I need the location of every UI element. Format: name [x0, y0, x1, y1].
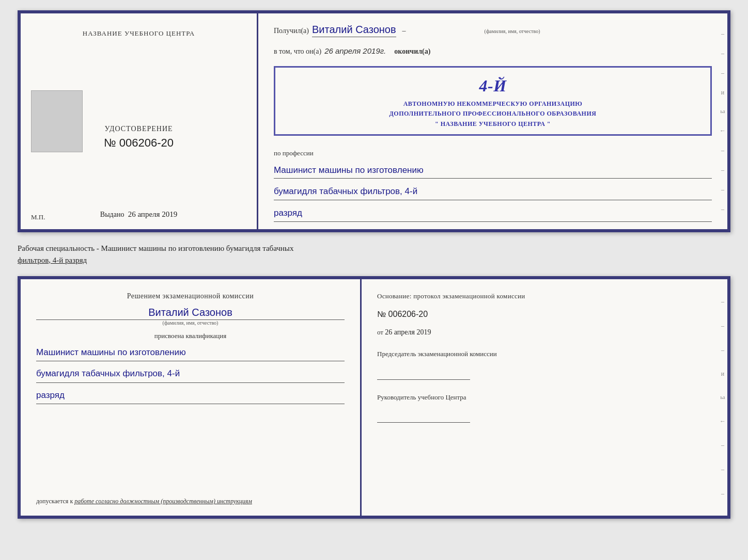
profession-line2: бумагидля табачных фильтров, 4-й: [274, 184, 712, 200]
name-sublabel: (фамилия, имя, отчество): [485, 28, 540, 34]
stamp-line2: АВТОНОМНУЮ НЕКОММЕРЧЕСКУЮ ОРГАНИЗАЦИЮ: [284, 99, 702, 109]
top-certificate: НАЗВАНИЕ УЧЕБНОГО ЦЕНТРА УДОСТОВЕРЕНИЕ №…: [18, 10, 730, 232]
qualification-line1: Машинист машины по изготовлению: [36, 344, 345, 361]
issued-label: Выдано: [100, 211, 124, 218]
stamp-line4: " НАЗВАНИЕ УЧЕБНОГО ЦЕНТРА ": [284, 119, 702, 129]
received-line: Получил(а) Виталий Сазонов – (фамилия, и…: [274, 24, 712, 37]
vtom-line: в том, что он(а) 26 апреля 2019г. окончи…: [274, 46, 712, 56]
po-professii-label: по профессии: [274, 149, 712, 157]
handwritten-date: 26 апреля 2019г.: [324, 46, 386, 55]
stamp-line3: ДОПОЛНИТЕЛЬНОГО ПРОФЕССИОНАЛЬНОГО ОБРАЗО…: [284, 109, 702, 119]
dopuskaetsya-label: допускается к: [36, 498, 73, 505]
bottom-name: Виталий Сазонов: [36, 307, 345, 320]
bottom-right-dashes: – – – и ьа ← – – –: [718, 279, 727, 516]
issued-date: 26 апреля 2019: [128, 210, 178, 218]
cert-bottom-right: Основание: протокол экзаменационной коми…: [362, 279, 727, 516]
chairman-label: Председатель экзаменационной комиссии: [377, 349, 712, 359]
photo-placeholder: [31, 90, 83, 152]
dopuskaetsya-val: работе согласно должностным (производств…: [74, 498, 252, 505]
stamp-number: 4-й: [284, 73, 702, 99]
prot-ot: от: [377, 328, 383, 336]
rukov-signature-line: [377, 411, 470, 423]
cert-bottom-left: Решением экзаменационной комиссии Витали…: [21, 279, 362, 516]
cert-udost-label: УДОСТОВЕРЕНИЕ: [104, 125, 174, 133]
prisvoena-label: присвоена квалификация: [36, 332, 345, 340]
stamp-block: 4-й АВТОНОМНУЮ НЕКОММЕРЧЕСКУЮ ОРГАНИЗАЦИ…: [274, 66, 712, 136]
osnov-label: Основание: протокол экзаменационной коми…: [377, 292, 712, 300]
prot-date-val: 26 апреля 2019: [385, 328, 431, 336]
right-dashes: – – – и ьа ← – – – –: [718, 13, 727, 229]
recipient-name: Виталий Сазонов: [312, 24, 396, 37]
between-text-underline: фильтров, 4-й разряд: [18, 256, 87, 264]
cert-number: № 006206-20: [104, 136, 174, 150]
mp-label: М.П.: [31, 213, 45, 221]
cert-left-panel: НАЗВАНИЕ УЧЕБНОГО ЦЕНТРА УДОСТОВЕРЕНИЕ №…: [21, 13, 258, 229]
bottom-certificate: Решением экзаменационной комиссии Витали…: [18, 276, 730, 519]
cert-issued: Выдано 26 апреля 2019: [100, 210, 177, 219]
cert-right-panel: Получил(а) Виталий Сазонов – (фамилия, и…: [258, 13, 727, 229]
bottom-name-sub: (фамилия, имя, отчество): [36, 320, 345, 326]
received-label: Получил(а): [274, 27, 309, 35]
dopuskaetsya: допускается к работе согласно должностны…: [36, 498, 345, 505]
prot-number: № 006206-20: [377, 310, 712, 319]
cert-number-block: УДОСТОВЕРЕНИЕ № 006206-20: [104, 38, 174, 205]
profession-line1: Машинист машины по изготовлению: [274, 163, 712, 179]
komissia-title: Решением экзаменационной комиссии: [36, 292, 345, 300]
between-label: Рабочая специальность - Машинист машины …: [18, 241, 730, 268]
qualification-line2: бумагидля табачных фильтров, 4-й: [36, 365, 345, 382]
rukov-label: Руководитель учебного Центра: [377, 392, 712, 403]
prot-date: от 26 апреля 2019: [377, 328, 712, 337]
cert-school-title: НАЗВАНИЕ УЧЕБНОГО ЦЕНТРА: [83, 29, 195, 38]
qualification-line3: разряд: [36, 387, 345, 404]
okonchil-label: окончил(а): [394, 47, 430, 56]
chairman-signature-line: [377, 369, 470, 380]
between-text-normal: Рабочая специальность - Машинист машины …: [18, 244, 293, 252]
profession-line3: разряд: [274, 205, 712, 222]
vtom-label: в том, что он(а): [274, 47, 321, 56]
